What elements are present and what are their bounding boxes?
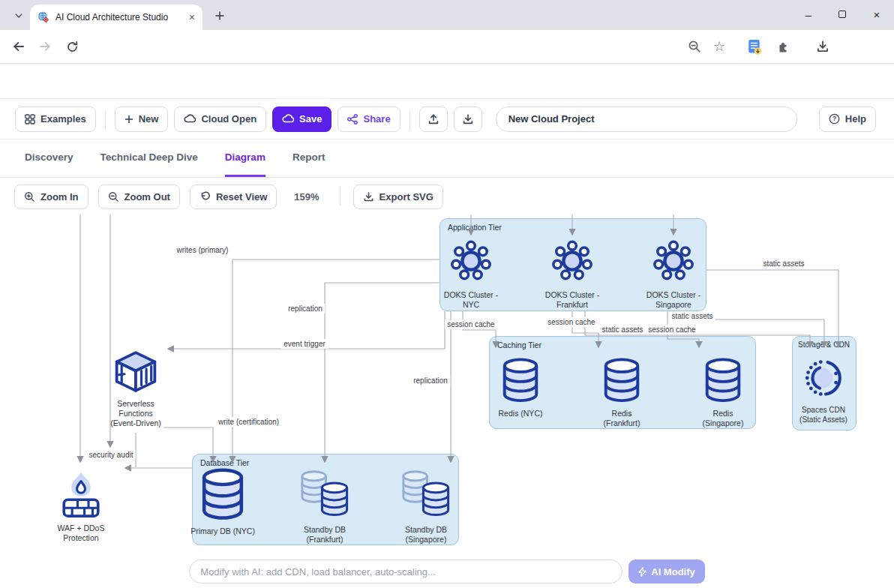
forward-icon[interactable] (34, 35, 56, 58)
project-name-input[interactable] (496, 106, 797, 132)
diagram-canvas[interactable]: Application Tier Caching Tier Storage & … (0, 213, 894, 555)
extensions-icon[interactable] (772, 36, 794, 57)
cloud-open-label: Cloud Open (201, 113, 256, 124)
examples-button[interactable]: Examples (15, 106, 96, 132)
download-icon (462, 113, 474, 125)
new-label: New (139, 113, 159, 124)
ai-modify-button[interactable]: AI Modify (628, 560, 705, 584)
share-icon (347, 114, 358, 124)
database-cylinder-icon (501, 358, 540, 403)
examples-label: Examples (40, 113, 86, 124)
app-header: AI Cloud Architecture Studio Powered by … (0, 64, 894, 99)
zoom-out-button[interactable]: Zoom Out (98, 184, 180, 209)
tab-diagram[interactable]: Diagram (225, 140, 266, 177)
reading-list-icon[interactable] (744, 36, 765, 57)
new-tab-button[interactable] (212, 8, 228, 24)
edge-label-session-cache-1: session cache (445, 320, 496, 329)
kubernetes-cluster-icon (549, 238, 596, 284)
firewall-flame-icon (61, 471, 101, 518)
browser-tab-active[interactable]: AI Cloud Architecture Studio × (30, 4, 202, 30)
tab-technical-deep-dive[interactable]: Technical Deep Dive (100, 140, 198, 177)
zoom-in-icon (24, 191, 35, 202)
export-svg-button[interactable]: Export SVG (353, 184, 443, 209)
zoombar-divider (340, 187, 340, 206)
node-label: Redis (NYC) (499, 409, 543, 418)
tab-report[interactable]: Report (292, 140, 326, 177)
bookmark-star-icon[interactable]: ☆ (709, 36, 730, 57)
node-label: Primary DB (NYC) (190, 526, 255, 536)
upload-button[interactable] (419, 106, 448, 132)
diagram-node-doks-nyc[interactable]: DOKS Cluster - NYC (430, 238, 512, 310)
edge-label-replication-1: replication (286, 304, 325, 314)
kubernetes-cluster-icon (448, 238, 494, 284)
diagram-node-redis-singapore[interactable]: Redis (Singapore) (682, 358, 764, 428)
cloud-save-icon (282, 114, 294, 124)
share-label: Share (363, 113, 390, 124)
node-label: Redis (Singapore) (703, 409, 744, 428)
diagram-node-serverless-functions[interactable]: Serverless Functions (Event-Driven) (94, 350, 177, 428)
edge-label-static-assets-3: static assets (760, 259, 806, 268)
diagram-node-doks-frankfurt[interactable]: DOKS Cluster - Frankfurt (531, 238, 614, 310)
ai-modify-label: AI Modify (651, 566, 695, 578)
save-label: Save (299, 113, 322, 124)
tab-discovery[interactable]: Discovery (25, 140, 74, 177)
database-cylinder-icon (602, 358, 641, 403)
window-close-button[interactable]: × (860, 0, 893, 28)
upload-icon (428, 113, 440, 125)
download-browser-icon[interactable] (812, 36, 833, 57)
diagram-node-primary-db[interactable]: Primary DB (NYC) (178, 468, 268, 536)
tier-label: Storage & CDN (793, 337, 856, 349)
diagram-node-spaces-cdn[interactable]: Spaces CDN (Static Assets) (782, 356, 865, 424)
toolbar-divider (105, 110, 106, 129)
download-button[interactable] (454, 106, 482, 132)
zoom-page-icon[interactable] (684, 36, 705, 57)
reset-view-button[interactable]: Reset View (190, 184, 277, 209)
diagram-node-standby-db-singapore[interactable]: Standby DB (Singapore) (385, 470, 467, 544)
ai-prompt-input[interactable] (189, 560, 622, 584)
cdn-icon (802, 356, 845, 400)
diagram-node-doks-singapore[interactable]: DOKS Cluster - Singapore (632, 238, 715, 310)
node-label: Serverless Functions (Event-Driven) (110, 399, 161, 428)
browser-tab-strip: AI Cloud Architecture Studio × – × (0, 0, 894, 30)
node-label: DOKS Cluster - NYC (444, 290, 498, 310)
toolbar-divider (410, 110, 410, 129)
tab-search-chevron-icon[interactable] (9, 6, 28, 26)
tab-close-icon[interactable]: × (189, 12, 195, 22)
diagram-node-redis-frankfurt[interactable]: Redis (Frankfurt) (580, 358, 663, 428)
zoom-level: 159% (294, 191, 319, 202)
window-maximize-button[interactable] (826, 0, 859, 28)
edge-label-replication-2: replication (411, 376, 450, 386)
node-label: Standby DB (Frankfurt) (304, 525, 346, 544)
node-label: Standby DB (Singapore) (405, 525, 447, 544)
new-button[interactable]: New (115, 106, 169, 132)
diagram-node-waf-ddos[interactable]: WAF + DDoS Protection (40, 471, 122, 543)
export-svg-label: Export SVG (380, 191, 434, 202)
diagram-node-redis-nyc[interactable]: Redis (NYC) (479, 358, 562, 418)
edge-label-session-cache-2: session cache (545, 317, 597, 327)
zoom-in-button[interactable]: Zoom In (14, 184, 88, 209)
help-icon: ? (829, 113, 840, 124)
node-label: DOKS Cluster - Singapore (646, 290, 700, 310)
node-label: WAF + DDoS Protection (58, 524, 105, 543)
plus-icon (124, 115, 134, 124)
cloud-open-button[interactable]: Cloud Open (174, 106, 266, 132)
reload-icon[interactable] (61, 35, 83, 58)
edge-label-security-audit: security audit (87, 450, 136, 460)
back-icon[interactable] (8, 35, 30, 58)
maximize-icon (838, 10, 846, 18)
diagram-node-standby-db-frankfurt[interactable]: Standby DB (Frankfurt) (284, 470, 366, 544)
share-button[interactable]: Share (338, 106, 400, 132)
help-button[interactable]: ? Help (819, 106, 876, 132)
save-button[interactable]: Save (272, 106, 332, 132)
ai-modify-bar: AI Modify (0, 555, 894, 588)
standby-database-icon (298, 470, 352, 519)
node-label: Spaces CDN (Static Assets) (800, 406, 848, 424)
grid-icon (25, 114, 35, 124)
zoom-toolbar: Zoom In Zoom Out Reset View 159% Export … (0, 180, 894, 213)
edge-label-event-trigger: event trigger (281, 339, 328, 349)
favicon (38, 11, 50, 23)
window-minimize-button[interactable]: – (792, 0, 825, 28)
edge-label-write-certification: write (certification) (216, 417, 281, 427)
serverless-box-icon (112, 350, 159, 393)
browser-toolbar: ai-toolbox.visual-paradigm.com/app/ai-cl… (0, 30, 894, 64)
